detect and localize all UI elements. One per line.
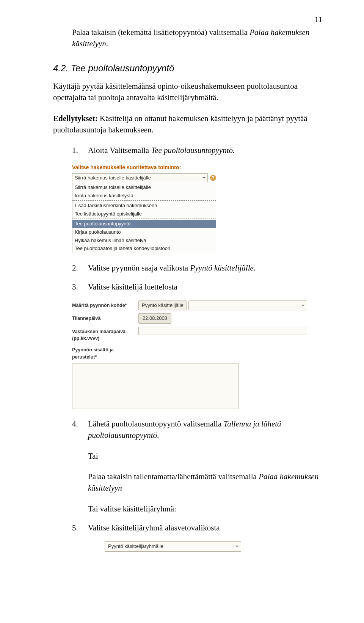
status-date: 22.08.2008 — [138, 313, 171, 324]
step-num-3: 3. — [72, 281, 88, 293]
request-content-textarea[interactable] — [72, 363, 239, 409]
action-option[interactable]: Tee lisätietopyyntö opiskelijalle — [72, 210, 216, 218]
page-number: 11 — [315, 14, 322, 25]
form-label-target: Määritä pyynnön kohde* — [72, 300, 138, 309]
target-dropdown[interactable] — [188, 300, 307, 311]
action-option[interactable]: Irrota hakemus käsittelystä — [72, 192, 216, 200]
option-separator — [72, 200, 216, 201]
action-option[interactable]: Tee puoltolausuntopyyntö — [72, 220, 216, 228]
step-1-a: Aloita Valitsemalla — [88, 146, 151, 155]
step-4-or2: Tai valitse käsittelijäryhmä: — [88, 503, 326, 514]
action-option[interactable]: Tee puoltopäätös ja lähetä kohdeyliopist… — [72, 244, 216, 253]
screenshot-request-form: Määritä pyynnön kohde* Pyyntö käsittelij… — [72, 300, 307, 409]
help-icon[interactable]: ? — [210, 175, 216, 181]
step-4-a: Lähetä puoltolausuntopyyntö valitsemalla — [88, 419, 224, 428]
intro-paragraph: Palaa takaisin (tekemättä lisätietopyynt… — [72, 27, 326, 50]
step-4-or1: Tai — [88, 450, 326, 462]
action-option[interactable]: Kirjaa puoltolausunto — [72, 228, 216, 236]
section-number: 4.2. — [53, 63, 68, 73]
action-option[interactable]: Siirrä hakemus toiselle käsittelijälle — [72, 183, 216, 192]
dropdown-title: Valitse hakemukselle suoritettava toimin… — [72, 164, 216, 171]
step-1-i: Tee puoltolausuntopyyntö. — [151, 146, 235, 155]
deadline-input[interactable] — [138, 327, 307, 335]
section-title: Tee puoltolausuntopyyntö — [71, 63, 174, 73]
screenshot-group-dropdown: Pyyntö käsittelijäryhmälle — [105, 541, 241, 552]
group-dropdown[interactable]: Pyyntö käsittelijäryhmälle — [105, 541, 241, 552]
target-selected-value: Pyyntö käsittelijälle — [138, 300, 187, 311]
form-label-deadline: Vastauksen määräpäivä (pp.kk.vvvv) — [72, 327, 138, 342]
step-num-2: 2. — [72, 262, 88, 274]
step-4-b: . — [157, 431, 159, 440]
prerequisites-label: Edellytykset: — [53, 114, 98, 123]
intro-text-a: Palaa takaisin (tekemättä lisätietopyynt… — [72, 28, 249, 37]
screenshot-action-dropdown: Valitse hakemukselle suoritettava toimin… — [72, 164, 216, 253]
paragraph-1: Käyttäjä pyytää käsittelemäänsä opinto-o… — [53, 80, 326, 104]
option-separator — [72, 219, 216, 219]
step-num-5: 5. — [72, 522, 88, 533]
paragraph-2: Edellytykset: Käsittelijä on ottanut hak… — [53, 113, 326, 136]
step-4-alt-a: Palaa takaisin tallentamatta/lähettämätt… — [88, 472, 259, 481]
action-option[interactable]: Lisää tarkistusmerkintä hakemukseen — [72, 201, 216, 210]
step-num-1: 1. — [72, 145, 88, 156]
form-label-date: Tilannepäivä — [72, 313, 138, 322]
action-option-list[interactable]: Siirrä hakemus toiselle käsittelijälleIr… — [72, 183, 216, 253]
step-5: Valitse käsittelijäryhmä alasvetovalikos… — [88, 522, 220, 533]
action-option[interactable]: Hylkää hakemus ilman käsittelyä — [72, 236, 216, 245]
step-2-i: Pyyntö käsittelijälle. — [190, 263, 256, 272]
step-num-4: 4. — [72, 418, 88, 515]
intro-text-b: . — [106, 39, 108, 48]
form-label-content: Pyynnön sisältö ja perustelut* — [72, 345, 138, 360]
step-3: Valitse käsittelijä luettelosta — [88, 281, 177, 293]
action-select[interactable]: Siirrä hakemus toiselle käsittelijälle — [72, 173, 208, 182]
step-2-a: Valitse pyynnön saaja valikosta — [88, 263, 190, 272]
